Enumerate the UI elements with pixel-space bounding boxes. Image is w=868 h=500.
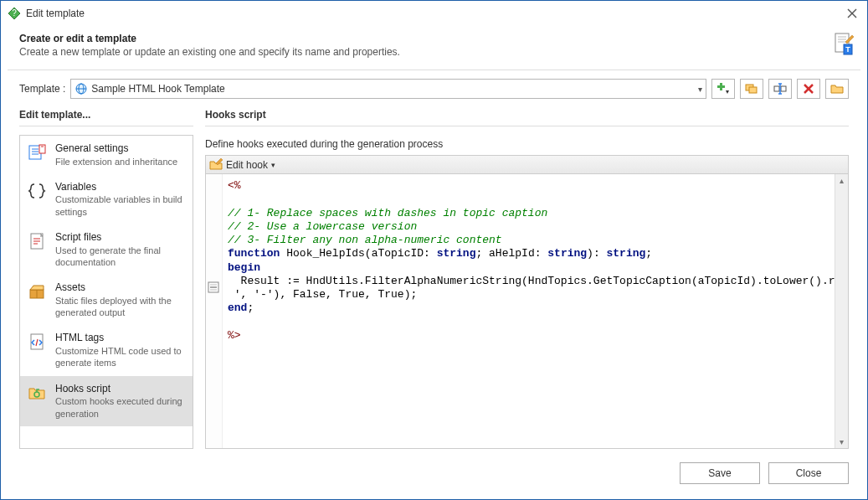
svg-marker-39 xyxy=(30,286,44,290)
svg-rect-15 xyxy=(717,85,725,88)
edit-hook-button[interactable]: Edit hook xyxy=(226,159,268,171)
app-icon: ? xyxy=(8,7,21,20)
header-title: Create or edit a template xyxy=(19,33,849,44)
duplicate-template-button[interactable] xyxy=(740,79,763,99)
scroll-up-icon[interactable]: ▴ xyxy=(840,176,844,185)
vertical-scrollbar[interactable]: ▴ ▾ xyxy=(835,174,848,448)
code-file-icon xyxy=(27,332,47,352)
sidebar-item-label: General settings xyxy=(55,142,177,156)
sidebar-item-label: Script files xyxy=(55,231,186,245)
scroll-down-icon[interactable]: ▾ xyxy=(840,437,844,446)
add-template-button[interactable] xyxy=(711,79,735,99)
code-content[interactable]: <% // 1- Replace spaces with dashes in t… xyxy=(223,174,835,448)
box-icon xyxy=(27,281,47,302)
titlebar: ? Edit template xyxy=(1,1,867,26)
braces-icon xyxy=(27,181,47,201)
template-page-icon: T xyxy=(834,33,854,56)
template-selector-row: Template : Sample HTML Hook Template ▾ xyxy=(1,70,867,107)
sidebar-item-desc: Customize HTML code used to generate ite… xyxy=(55,345,186,369)
sidebar: Edit template General settings File exte… xyxy=(19,107,193,449)
chevron-down-icon: ▾ xyxy=(698,85,702,94)
svg-rect-19 xyxy=(774,86,779,91)
sidebar-item-assets[interactable]: Assets Static files deployed with the ge… xyxy=(20,275,193,325)
save-button[interactable]: Save xyxy=(680,462,760,484)
sidebar-item-label: Variables xyxy=(55,181,186,194)
sidebar-item-script-files[interactable]: Script files Used to generate the final … xyxy=(20,224,193,275)
code-gutter xyxy=(206,174,223,448)
sidebar-item-hooks-script[interactable]: Hooks script Custom hooks executed durin… xyxy=(20,376,193,426)
sidebar-item-desc: Customizable variables in build settings xyxy=(55,193,186,218)
sidebar-item-html-tags[interactable]: HTML tags Customize HTML code used to ge… xyxy=(20,325,193,375)
code-editor[interactable]: <% // 1- Replace spaces with dashes in t… xyxy=(205,173,849,449)
template-dropdown[interactable]: Sample HTML Hook Template ▾ xyxy=(70,79,706,99)
delete-template-button[interactable] xyxy=(797,79,820,99)
hook-folder-icon xyxy=(27,383,47,403)
sidebar-item-desc: Custom hooks executed during generation xyxy=(55,395,186,420)
edit-folder-icon xyxy=(209,158,223,172)
close-button[interactable]: Close xyxy=(768,462,849,484)
template-dropdown-value: Sample HTML Hook Template xyxy=(91,83,695,95)
sidebar-item-desc: Used to generate the final documentation xyxy=(55,245,186,269)
template-label: Template : xyxy=(19,83,65,95)
script-file-icon xyxy=(27,231,47,251)
dialog-header: Create or edit a template Create a new t… xyxy=(1,26,867,70)
svg-marker-16 xyxy=(726,90,729,94)
settings-list-icon xyxy=(27,142,47,162)
chevron-down-icon[interactable]: ▾ xyxy=(271,161,275,169)
sidebar-separator xyxy=(19,126,193,126)
svg-text:T: T xyxy=(845,45,850,54)
open-folder-button[interactable] xyxy=(825,79,849,99)
window-title: Edit template xyxy=(26,8,844,19)
main-description: Define hooks executed during the generat… xyxy=(205,135,849,155)
edit-template-window: ? Edit template Create or edit a templat… xyxy=(0,0,868,500)
rename-template-button[interactable] xyxy=(768,79,792,99)
svg-text:?: ? xyxy=(12,8,17,18)
main-title: Hooks script xyxy=(205,107,849,126)
main-panel: Hooks script Define hooks executed durin… xyxy=(205,107,849,449)
sidebar-item-label: HTML tags xyxy=(55,332,186,345)
sidebar-nav-list: General settings File extension and inhe… xyxy=(19,135,193,449)
svg-rect-20 xyxy=(781,86,786,91)
dialog-footer: Save Close xyxy=(1,452,867,499)
sidebar-item-general-settings[interactable]: General settings File extension and inhe… xyxy=(20,136,193,174)
sidebar-item-label: Hooks script xyxy=(55,383,186,396)
close-icon[interactable] xyxy=(844,5,860,22)
sidebar-item-desc: File extension and inheritance xyxy=(55,156,177,168)
edit-hook-toolbar: Edit hook ▾ xyxy=(205,155,849,173)
sidebar-item-label: Assets xyxy=(55,281,186,295)
fold-collapse-icon[interactable] xyxy=(208,281,219,293)
sidebar-item-desc: Static files deployed with the generated… xyxy=(55,295,186,319)
header-subtitle: Create a new template or update an exist… xyxy=(19,46,849,58)
dialog-body: Edit template General settings File exte… xyxy=(1,107,867,452)
sidebar-title: Edit template xyxy=(19,107,193,126)
svg-rect-18 xyxy=(749,87,757,93)
main-separator xyxy=(205,126,849,126)
sidebar-item-variables[interactable]: Variables Customizable variables in buil… xyxy=(20,174,193,224)
globe-icon xyxy=(74,82,88,95)
